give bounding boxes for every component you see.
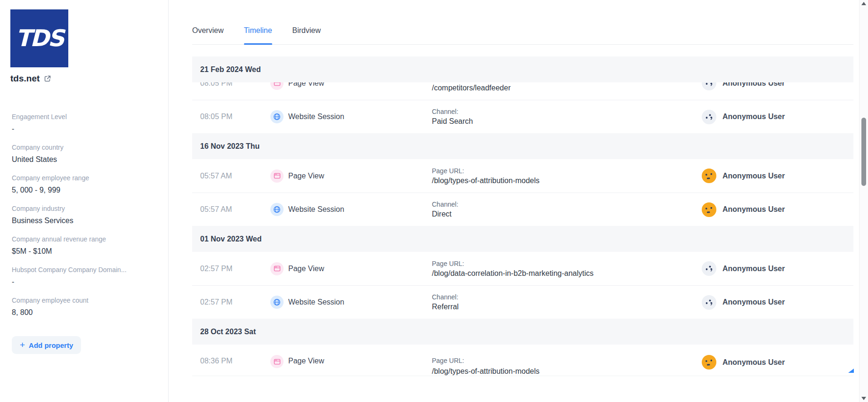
event-row[interactable]: 02:57 PM Website Session Channel: Referr…	[192, 285, 853, 319]
property-label: Company employee count	[12, 297, 158, 305]
scrollbar-down-arrow-icon[interactable]	[861, 397, 866, 400]
company-domain[interactable]: tds.net	[10, 73, 40, 84]
detail-label: Page URL:	[432, 260, 702, 267]
event-time: 02:57 PM	[192, 265, 270, 273]
event-type: Website Session	[288, 113, 432, 121]
date-header: 28 Oct 2023 Sat	[192, 319, 853, 345]
page-url: /blog/data-correlation-in-b2b-marketing-…	[432, 269, 702, 278]
user-name: Anonymous User	[722, 265, 785, 273]
channel-value: Paid Search	[432, 117, 702, 126]
user-name: Anonymous User	[722, 82, 785, 88]
property-value: 5, 000 - 9, 999	[12, 185, 158, 195]
user-name: Anonymous User	[722, 358, 785, 367]
event-time: 08:36 PM	[192, 345, 270, 365]
date-header: 21 Feb 2024 Wed	[192, 56, 853, 82]
property-value: 8, 800	[12, 307, 158, 317]
event-type: Page View	[288, 345, 432, 365]
company-logo: TDS	[10, 9, 68, 67]
globe-icon	[270, 110, 284, 123]
event-type: Website Session	[288, 205, 432, 214]
tab-timeline[interactable]: Timeline	[244, 22, 272, 44]
tab-overview[interactable]: Overview	[192, 22, 224, 44]
event-row[interactable]: 05:57 AM Website Session Channel: Direct…	[192, 193, 853, 226]
timeline-panel: 21 Feb 2024 Wed 08:05 PM Page View Page …	[192, 56, 853, 376]
plus-icon: +	[20, 340, 25, 349]
user-name: Anonymous User	[722, 298, 785, 306]
detail-label: Page URL:	[432, 357, 702, 364]
page-view-icon	[270, 355, 284, 368]
anonymous-orange-avatar	[702, 355, 716, 370]
property-value: -	[12, 277, 158, 287]
page-url: /blog/types-of-attribution-models	[432, 367, 702, 376]
tab-birdview[interactable]: Birdview	[292, 22, 321, 44]
property-label: Company industry	[12, 205, 158, 213]
property-value: -	[12, 124, 158, 134]
timeline-group: 16 Nov 2023 Thu 05:57 AM Page View Page …	[192, 133, 853, 226]
date-header: 16 Nov 2023 Thu	[192, 133, 853, 159]
event-row[interactable]: 05:57 AM Page View Page URL: /blog/types…	[192, 159, 853, 193]
panel-corner-triangle	[848, 369, 854, 373]
view-tabs: Overview Timeline Birdview	[192, 22, 853, 45]
detail-label: Channel:	[432, 108, 702, 115]
timeline-group: 21 Feb 2024 Wed 08:05 PM Page View Page …	[192, 56, 853, 133]
event-type: Page View	[288, 265, 432, 273]
channel-value: Direct	[432, 210, 702, 218]
timeline-group: 01 Nov 2023 Wed 02:57 PM Page View Page …	[192, 226, 853, 319]
user-name: Anonymous User	[722, 113, 785, 121]
globe-icon	[270, 296, 284, 309]
detail-label: Page URL:	[432, 167, 702, 175]
property-employee-count: Company employee count 8, 800	[12, 297, 158, 317]
add-property-button[interactable]: + Add property	[12, 336, 81, 354]
page-url: /competitors/leadfeeder	[432, 84, 702, 92]
timeline-group: 28 Oct 2023 Sat 08:36 PM Page View Page …	[192, 319, 853, 376]
event-type: Page View	[288, 82, 432, 88]
company-sidebar: TDS tds.net Engagement Level - Company c…	[0, 0, 169, 402]
globe-icon	[270, 203, 284, 216]
add-property-label: Add property	[29, 341, 73, 349]
anonymous-dots-avatar	[702, 295, 716, 310]
property-hubspot-domain: Hubspot Company Company Domain... -	[12, 266, 158, 287]
event-time: 02:57 PM	[192, 298, 270, 306]
scrollbar-thumb[interactable]	[861, 118, 866, 186]
user-name: Anonymous User	[722, 172, 785, 180]
detail-label: Channel:	[432, 201, 702, 208]
page-view-icon	[270, 82, 284, 90]
event-type: Page View	[288, 172, 432, 180]
page-view-icon	[270, 262, 284, 275]
property-label: Engagement Level	[12, 113, 158, 121]
property-value: Business Services	[12, 216, 158, 225]
detail-label: Channel:	[432, 293, 702, 301]
event-row[interactable]: 08:36 PM Page View Page URL: /blog/types…	[192, 345, 853, 376]
company-domain-row[interactable]: tds.net	[10, 73, 51, 84]
event-type: Website Session	[288, 298, 432, 306]
property-value: United States	[12, 154, 158, 164]
page-scrollbar[interactable]	[859, 0, 868, 402]
property-label: Company country	[12, 144, 158, 152]
channel-value: Referral	[432, 303, 702, 311]
property-industry: Company industry Business Services	[12, 205, 158, 225]
property-label: Company annual revenue range	[12, 235, 158, 243]
anonymous-dots-avatar	[702, 110, 716, 124]
anonymous-dots-avatar	[702, 82, 716, 90]
event-time: 05:57 AM	[192, 172, 270, 180]
property-revenue-range: Company annual revenue range $5M - $10M	[12, 235, 158, 256]
property-label: Hubspot Company Company Domain...	[12, 266, 158, 274]
company-properties: Engagement Level - Company country Unite…	[12, 113, 158, 327]
anonymous-orange-avatar	[702, 169, 716, 183]
event-time: 08:05 PM	[192, 82, 270, 88]
event-time: 08:05 PM	[192, 113, 270, 121]
property-company-country: Company country United States	[12, 144, 158, 164]
event-row[interactable]: 08:05 PM Website Session Channel: Paid S…	[192, 100, 853, 133]
property-employee-range: Company employee range 5, 000 - 9, 999	[12, 174, 158, 195]
anonymous-dots-avatar	[702, 261, 716, 276]
property-engagement-level: Engagement Level -	[12, 113, 158, 134]
property-label: Company employee range	[12, 174, 158, 182]
event-time: 05:57 AM	[192, 205, 270, 214]
page-view-icon	[270, 169, 284, 183]
scrollbar-up-arrow-icon[interactable]	[861, 2, 866, 5]
external-link-icon[interactable]	[44, 75, 51, 82]
event-row-clipped[interactable]: 08:05 PM Page View Page URL: /competitor…	[192, 82, 853, 100]
event-row[interactable]: 02:57 PM Page View Page URL: /blog/data-…	[192, 252, 853, 285]
date-header: 01 Nov 2023 Wed	[192, 226, 853, 252]
anonymous-orange-avatar	[702, 202, 716, 217]
